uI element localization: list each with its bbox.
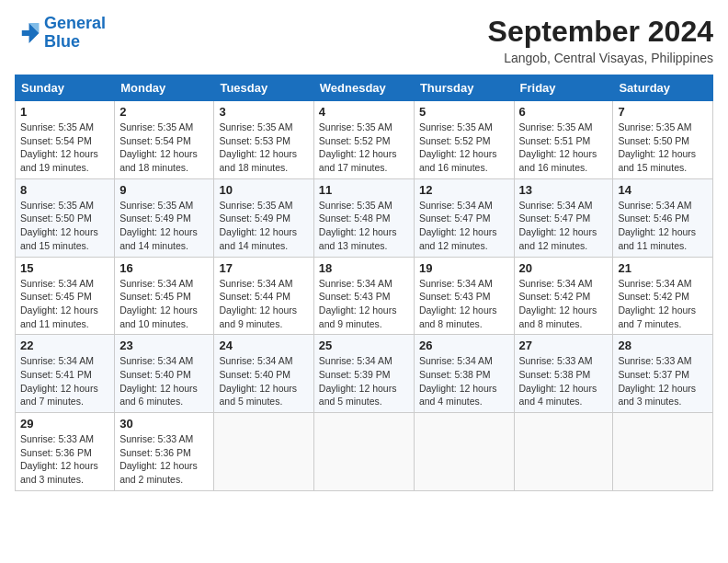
calendar-cell: 24Sunrise: 5:34 AMSunset: 5:40 PMDayligh… — [214, 335, 313, 413]
calendar-cell — [613, 413, 713, 491]
calendar-cell: 14Sunrise: 5:34 AMSunset: 5:46 PMDayligh… — [613, 178, 713, 257]
calendar-cell: 7Sunrise: 5:35 AMSunset: 5:50 PMDaylight… — [613, 101, 713, 179]
calendar-cell — [514, 413, 613, 491]
calendar-cell — [414, 413, 514, 491]
calendar-cell: 25Sunrise: 5:34 AMSunset: 5:39 PMDayligh… — [313, 335, 414, 413]
day-number: 2 — [119, 105, 209, 119]
week-row-5: 29Sunrise: 5:33 AMSunset: 5:36 PMDayligh… — [16, 413, 713, 491]
day-number: 23 — [119, 339, 209, 352]
day-info: Sunrise: 5:34 AMSunset: 5:41 PMDaylight:… — [20, 354, 109, 408]
header-tuesday: Tuesday — [214, 75, 313, 101]
week-row-4: 22Sunrise: 5:34 AMSunset: 5:41 PMDayligh… — [16, 335, 713, 413]
day-number: 27 — [519, 339, 609, 352]
logo-icon — [15, 20, 40, 46]
day-number: 20 — [519, 261, 609, 275]
day-info: Sunrise: 5:35 AMSunset: 5:50 PMDaylight:… — [618, 121, 708, 175]
day-info: Sunrise: 5:35 AMSunset: 5:54 PMDaylight:… — [119, 121, 209, 175]
calendar-cell: 10Sunrise: 5:35 AMSunset: 5:49 PMDayligh… — [214, 178, 313, 257]
day-number: 17 — [219, 261, 308, 275]
calendar-cell: 15Sunrise: 5:34 AMSunset: 5:45 PMDayligh… — [16, 257, 115, 335]
day-number: 19 — [419, 261, 509, 275]
day-info: Sunrise: 5:34 AMSunset: 5:44 PMDaylight:… — [219, 277, 308, 331]
calendar-cell: 16Sunrise: 5:34 AMSunset: 5:45 PMDayligh… — [115, 257, 214, 335]
calendar-cell: 23Sunrise: 5:34 AMSunset: 5:40 PMDayligh… — [115, 335, 214, 413]
day-number: 26 — [419, 339, 509, 352]
calendar-table: SundayMondayTuesdayWednesdayThursdayFrid… — [15, 75, 713, 491]
day-info: Sunrise: 5:33 AMSunset: 5:38 PMDaylight:… — [519, 354, 609, 408]
day-info: Sunrise: 5:33 AMSunset: 5:37 PMDaylight:… — [618, 354, 708, 408]
day-number: 30 — [119, 417, 209, 431]
logo-text: General Blue — [44, 15, 106, 52]
day-number: 6 — [519, 105, 609, 119]
day-info: Sunrise: 5:34 AMSunset: 5:47 PMDaylight:… — [419, 199, 509, 253]
logo-line1: General — [44, 14, 106, 32]
day-info: Sunrise: 5:34 AMSunset: 5:42 PMDaylight:… — [519, 277, 609, 331]
day-info: Sunrise: 5:35 AMSunset: 5:53 PMDaylight:… — [219, 121, 308, 175]
calendar-cell: 8Sunrise: 5:35 AMSunset: 5:50 PMDaylight… — [16, 178, 115, 257]
day-info: Sunrise: 5:35 AMSunset: 5:49 PMDaylight:… — [219, 199, 308, 253]
calendar-cell: 26Sunrise: 5:34 AMSunset: 5:38 PMDayligh… — [414, 335, 514, 413]
week-row-3: 15Sunrise: 5:34 AMSunset: 5:45 PMDayligh… — [16, 257, 713, 335]
day-info: Sunrise: 5:33 AMSunset: 5:36 PMDaylight:… — [119, 432, 209, 487]
day-info: Sunrise: 5:34 AMSunset: 5:38 PMDaylight:… — [419, 354, 509, 408]
day-number: 13 — [519, 183, 609, 197]
day-number: 9 — [119, 183, 209, 197]
day-number: 4 — [319, 105, 409, 119]
day-number: 8 — [20, 183, 109, 197]
calendar-cell: 6Sunrise: 5:35 AMSunset: 5:51 PMDaylight… — [514, 101, 613, 179]
logo: General Blue — [15, 15, 106, 52]
calendar-cell: 1Sunrise: 5:35 AMSunset: 5:54 PMDaylight… — [16, 101, 115, 179]
header-friday: Friday — [514, 75, 613, 101]
calendar-cell: 30Sunrise: 5:33 AMSunset: 5:36 PMDayligh… — [115, 413, 214, 491]
day-number: 7 — [618, 105, 708, 119]
calendar-cell: 29Sunrise: 5:33 AMSunset: 5:36 PMDayligh… — [16, 413, 115, 491]
day-info: Sunrise: 5:34 AMSunset: 5:45 PMDaylight:… — [20, 277, 109, 331]
calendar-cell: 2Sunrise: 5:35 AMSunset: 5:54 PMDaylight… — [115, 101, 214, 179]
calendar-cell: 12Sunrise: 5:34 AMSunset: 5:47 PMDayligh… — [414, 178, 514, 257]
title-block: September 2024 Langob, Central Visayas, … — [488, 15, 713, 65]
day-number: 5 — [419, 105, 509, 119]
calendar-cell: 21Sunrise: 5:34 AMSunset: 5:42 PMDayligh… — [613, 257, 713, 335]
day-number: 25 — [319, 339, 409, 352]
calendar-cell: 17Sunrise: 5:34 AMSunset: 5:44 PMDayligh… — [214, 257, 313, 335]
calendar-cell: 18Sunrise: 5:34 AMSunset: 5:43 PMDayligh… — [313, 257, 414, 335]
calendar-cell: 20Sunrise: 5:34 AMSunset: 5:42 PMDayligh… — [514, 257, 613, 335]
header-wednesday: Wednesday — [313, 75, 414, 101]
day-number: 16 — [119, 261, 209, 275]
day-number: 12 — [419, 183, 509, 197]
page-header: General Blue September 2024 Langob, Cent… — [15, 15, 713, 65]
day-number: 15 — [20, 261, 109, 275]
day-info: Sunrise: 5:35 AMSunset: 5:49 PMDaylight:… — [119, 199, 209, 253]
calendar-cell: 19Sunrise: 5:34 AMSunset: 5:43 PMDayligh… — [414, 257, 514, 335]
day-info: Sunrise: 5:34 AMSunset: 5:45 PMDaylight:… — [119, 277, 209, 331]
calendar-cell — [214, 413, 313, 491]
day-number: 29 — [20, 417, 109, 431]
day-info: Sunrise: 5:34 AMSunset: 5:40 PMDaylight:… — [219, 354, 308, 408]
day-number: 1 — [20, 105, 109, 119]
day-number: 11 — [319, 183, 409, 197]
day-info: Sunrise: 5:35 AMSunset: 5:52 PMDaylight:… — [319, 121, 409, 175]
calendar-cell: 11Sunrise: 5:35 AMSunset: 5:48 PMDayligh… — [313, 178, 414, 257]
header-monday: Monday — [115, 75, 214, 101]
day-info: Sunrise: 5:35 AMSunset: 5:48 PMDaylight:… — [319, 199, 409, 253]
day-info: Sunrise: 5:33 AMSunset: 5:36 PMDaylight:… — [20, 432, 109, 487]
day-info: Sunrise: 5:34 AMSunset: 5:43 PMDaylight:… — [319, 277, 409, 331]
day-info: Sunrise: 5:35 AMSunset: 5:51 PMDaylight:… — [519, 121, 609, 175]
calendar-header-row: SundayMondayTuesdayWednesdayThursdayFrid… — [16, 75, 713, 101]
month-title: September 2024 — [488, 15, 713, 49]
day-number: 10 — [219, 183, 308, 197]
calendar-cell: 27Sunrise: 5:33 AMSunset: 5:38 PMDayligh… — [514, 335, 613, 413]
day-number: 21 — [618, 261, 708, 275]
day-info: Sunrise: 5:34 AMSunset: 5:40 PMDaylight:… — [119, 354, 209, 408]
calendar-cell: 28Sunrise: 5:33 AMSunset: 5:37 PMDayligh… — [613, 335, 713, 413]
location-subtitle: Langob, Central Visayas, Philippines — [488, 51, 713, 65]
day-number: 3 — [219, 105, 308, 119]
day-number: 22 — [20, 339, 109, 352]
calendar-cell — [313, 413, 414, 491]
calendar-cell: 5Sunrise: 5:35 AMSunset: 5:52 PMDaylight… — [414, 101, 514, 179]
calendar-cell: 22Sunrise: 5:34 AMSunset: 5:41 PMDayligh… — [16, 335, 115, 413]
day-number: 18 — [319, 261, 409, 275]
calendar-cell: 9Sunrise: 5:35 AMSunset: 5:49 PMDaylight… — [115, 178, 214, 257]
logo-line2: Blue — [44, 32, 80, 51]
calendar-cell: 4Sunrise: 5:35 AMSunset: 5:52 PMDaylight… — [313, 101, 414, 179]
